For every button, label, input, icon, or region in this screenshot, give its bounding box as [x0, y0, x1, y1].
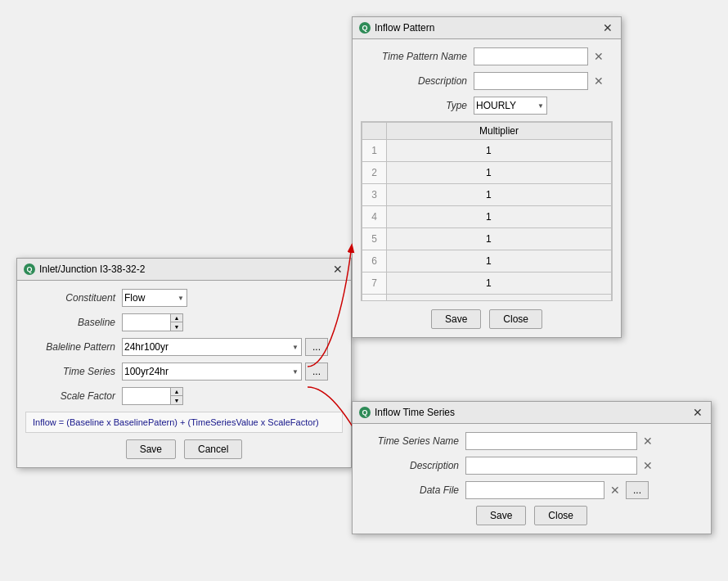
- ts-description-clear-button[interactable]: ✕: [640, 458, 655, 473]
- pattern-type-label: Type: [361, 100, 467, 111]
- row-multiplier-cell: [387, 250, 612, 272]
- multiplier-input[interactable]: [483, 274, 515, 292]
- baseline-pattern-select[interactable]: 24hr100yr: [122, 338, 302, 356]
- time-series-row: Time Series 100yr24hr ...: [25, 363, 343, 381]
- ts-datafile-label: Data File: [361, 484, 459, 496]
- constituent-select[interactable]: Flow: [122, 289, 187, 307]
- multiplier-row: 1: [362, 140, 612, 162]
- multiplier-input[interactable]: [483, 208, 515, 226]
- scale-factor-field: 1.00 ▲ ▼: [122, 387, 343, 405]
- inlet-junction-titlebar: Q Inlet/Junction I3-38-32-2 ✕: [17, 259, 351, 281]
- multiplier-row: 5: [362, 228, 612, 250]
- inflow-pattern-titlebar: Q Inflow Pattern ✕: [353, 17, 621, 39]
- multiplier-row: 7: [362, 272, 612, 295]
- time-series-select[interactable]: 100yr24hr: [122, 363, 302, 381]
- scale-factor-row: Scale Factor 1.00 ▲ ▼: [25, 387, 343, 405]
- scale-factor-input[interactable]: 1.00: [122, 387, 171, 405]
- ts-datafile-row: Data File /Example Projects/QGIS Lesson …: [361, 481, 703, 499]
- baseline-field: 0.00 ▲ ▼: [122, 313, 343, 331]
- multiplier-row: 3: [362, 184, 612, 206]
- row-index: 1: [362, 140, 387, 162]
- constituent-row: Constituent Flow: [25, 289, 343, 307]
- baseline-pattern-row: Baleline Pattern 24hr100yr ...: [25, 338, 343, 356]
- ts-description-label: Description: [361, 460, 459, 471]
- pattern-description-label: Description: [361, 75, 467, 87]
- inlet-junction-title-group: Q Inlet/Junction I3-38-32-2: [24, 263, 145, 275]
- scale-factor-down-button[interactable]: ▼: [171, 396, 182, 404]
- time-pattern-name-field: 100yr24hr ✕: [474, 47, 613, 65]
- inflow-pattern-close-x-button[interactable]: ✕: [601, 21, 614, 34]
- row-multiplier-cell: [387, 206, 612, 228]
- inflow-time-series-content: Time Series Name 100yr24hr ✕ Description…: [353, 424, 711, 534]
- multiplier-table-scroll[interactable]: Multiplier 123456789: [361, 121, 613, 301]
- ts-datafile-input[interactable]: /Example Projects/QGIS Lesson 3/External…: [465, 481, 604, 499]
- ts-name-row: Time Series Name 100yr24hr ✕: [361, 432, 703, 450]
- inflow-time-series-close-button[interactable]: Close: [534, 506, 587, 525]
- row-multiplier-cell: [387, 162, 612, 184]
- inflow-pattern-btn-row: Save Close: [361, 309, 613, 329]
- ts-name-label: Time Series Name: [361, 435, 459, 447]
- pattern-description-input[interactable]: inflowfrombasinculvert: [474, 72, 588, 90]
- baseline-row: Baseline 0.00 ▲ ▼: [25, 313, 343, 331]
- inlet-junction-window: Q Inlet/Junction I3-38-32-2 ✕ Constituen…: [16, 258, 352, 468]
- multiplier-row: 6: [362, 250, 612, 272]
- row-index: 6: [362, 250, 387, 272]
- inlet-junction-save-button[interactable]: Save: [126, 439, 176, 459]
- time-series-ellipsis-button[interactable]: ...: [305, 363, 328, 381]
- multiplier-input[interactable]: [483, 230, 515, 248]
- multiplier-input[interactable]: [483, 186, 515, 204]
- row-multiplier-cell: [387, 228, 612, 250]
- ts-datafile-clear-button[interactable]: ✕: [608, 483, 622, 498]
- inflow-pattern-save-button[interactable]: Save: [431, 309, 481, 329]
- pattern-description-field: inflowfrombasinculvert ✕: [474, 72, 613, 90]
- row-index: 3: [362, 184, 387, 206]
- row-multiplier-cell: [387, 295, 612, 302]
- baseline-input[interactable]: 0.00: [122, 313, 171, 331]
- row-index: 4: [362, 206, 387, 228]
- multiplier-row: 2: [362, 162, 612, 184]
- time-pattern-name-label: Time Pattern Name: [361, 51, 467, 62]
- inflow-time-series-titlebar: Q Inflow Time Series ✕: [353, 402, 711, 424]
- time-pattern-name-clear-button[interactable]: ✕: [591, 49, 606, 64]
- multiplier-section: Multiplier 123456789: [361, 121, 613, 301]
- ts-name-clear-button[interactable]: ✕: [640, 434, 655, 448]
- inlet-junction-close-button[interactable]: ✕: [331, 263, 344, 276]
- multiplier-input[interactable]: [483, 164, 515, 182]
- inflow-time-series-close-x-button[interactable]: ✕: [691, 406, 704, 419]
- scale-factor-spinner: 1.00 ▲ ▼: [122, 387, 183, 405]
- ts-name-field: 100yr24hr ✕: [465, 432, 703, 450]
- multiplier-input[interactable]: [483, 296, 515, 301]
- pattern-type-select[interactable]: HOURLY DAILY MONTHLY: [474, 97, 547, 115]
- baseline-label: Baseline: [25, 317, 115, 328]
- ts-datafile-ellipsis-button[interactable]: ...: [626, 481, 649, 499]
- constituent-label: Constituent: [25, 292, 115, 304]
- pattern-description-clear-button[interactable]: ✕: [591, 74, 606, 88]
- row-index: 2: [362, 162, 387, 184]
- baseline-up-button[interactable]: ▲: [171, 314, 182, 322]
- inlet-junction-content: Constituent Flow Baseline 0.00 ▲ ▼: [17, 281, 351, 467]
- ts-name-input[interactable]: 100yr24hr: [465, 432, 637, 450]
- inflow-time-series-save-button[interactable]: Save: [476, 506, 526, 525]
- inflow-pattern-close-button[interactable]: Close: [489, 309, 542, 329]
- time-pattern-name-input[interactable]: 100yr24hr: [474, 47, 588, 65]
- inflow-pattern-title-text: Inflow Pattern: [375, 22, 434, 34]
- multiplier-input[interactable]: [483, 142, 515, 160]
- time-series-field: 100yr24hr ...: [122, 363, 343, 381]
- scale-factor-up-button[interactable]: ▲: [171, 388, 182, 396]
- pattern-description-row: Description inflowfrombasinculvert ✕: [361, 72, 613, 90]
- constituent-field: Flow: [122, 289, 343, 307]
- row-multiplier-cell: [387, 140, 612, 162]
- inlet-junction-cancel-button[interactable]: Cancel: [184, 439, 242, 459]
- inflow-pattern-content: Time Pattern Name 100yr24hr ✕ Descriptio…: [353, 39, 621, 337]
- baseline-pattern-ellipsis-button[interactable]: ...: [305, 338, 328, 356]
- formula-text: Inflow = (Baseline x BaselinePatern) + (…: [25, 412, 343, 433]
- pattern-type-combo-wrap: HOURLY DAILY MONTHLY: [474, 97, 547, 115]
- row-index: 8: [362, 295, 387, 302]
- inflow-time-series-qgis-icon: Q: [359, 407, 371, 418]
- ts-description-input[interactable]: InflowAtCulvert: [465, 457, 637, 475]
- inflow-pattern-title-group: Q Inflow Pattern: [359, 22, 434, 34]
- inlet-junction-btn-row: Save Cancel: [25, 439, 343, 459]
- baseline-spinner-btns: ▲ ▼: [171, 313, 183, 331]
- multiplier-input[interactable]: [483, 252, 515, 270]
- baseline-down-button[interactable]: ▼: [171, 322, 182, 331]
